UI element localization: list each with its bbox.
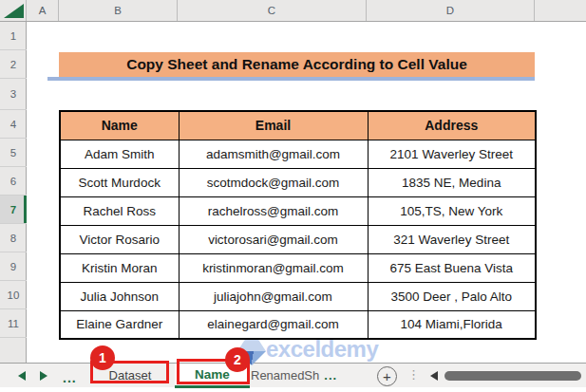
row-header-7-active[interactable]: 7: [0, 196, 27, 224]
cell[interactable]: Kristin Moran: [60, 253, 179, 282]
sheet-tab-renamedsheet-label: RenamedSh: [251, 368, 319, 383]
cell[interactable]: rachelross@gmail.com: [179, 196, 368, 225]
column-header-partial[interactable]: [535, 0, 586, 21]
cell[interactable]: 104 Miami,Florida: [368, 310, 536, 339]
table-row: Elaine Gardner elainegard@gmail.com 104 …: [60, 310, 536, 339]
row-header-9[interactable]: 9: [0, 252, 27, 281]
column-header-bar: A B C D: [0, 0, 586, 22]
cell[interactable]: Adam Smith: [60, 140, 179, 168]
header-cell-name[interactable]: Name: [60, 111, 179, 140]
cell[interactable]: elainegard@gmail.com: [179, 310, 368, 339]
tabbar-divider-dots-icon: ⋮: [407, 367, 420, 382]
column-header-b[interactable]: B: [59, 0, 178, 21]
header-cell-address[interactable]: Address: [368, 111, 536, 140]
row-header-2[interactable]: 2: [0, 50, 27, 79]
cell[interactable]: 1835 NE, Medina: [368, 168, 536, 196]
sheet-tab-renamedsheet[interactable]: RenamedSh ...: [251, 364, 350, 387]
row-header-3[interactable]: 3: [0, 79, 27, 110]
cell[interactable]: Rachel Ross: [60, 196, 179, 225]
sheet-tab-bar: ... Dataset Name RenamedSh ... + ⋮: [0, 363, 586, 387]
select-all-button[interactable]: [0, 0, 27, 21]
title-banner-cell[interactable]: Copy Sheet and Rename According to Cell …: [59, 52, 535, 77]
annotation-step-1-badge: 1: [90, 345, 115, 370]
cell[interactable]: victorosari@gmail.com: [179, 225, 368, 253]
exceldemy-watermark: exceldemy: [237, 337, 378, 365]
cell[interactable]: Victor Rosario: [60, 225, 179, 253]
cell[interactable]: Scott Murdock: [60, 168, 179, 196]
cell[interactable]: 2101 Waverley Street: [368, 140, 536, 168]
column-header-d[interactable]: D: [367, 0, 535, 21]
sheet-nav-right-icon[interactable]: [40, 371, 47, 381]
cell[interactable]: 675 East Buena Vista: [368, 253, 536, 282]
sheet-tab-truncation-ellipsis: ...: [324, 368, 337, 383]
table-row: Kristin Moran kristinmoran@gmail.com 675…: [60, 253, 536, 282]
select-all-triangle-icon: [4, 4, 24, 18]
cell[interactable]: adamsmith@gmail.com: [179, 140, 368, 168]
row-header-11[interactable]: 11: [0, 309, 27, 338]
cell[interactable]: scotmdock@gmail.com: [179, 168, 368, 196]
cell[interactable]: 3500 Deer , Palo Alto: [368, 282, 536, 310]
row-header-10[interactable]: 10: [0, 281, 27, 309]
watermark-text: exceldemy: [266, 337, 378, 362]
hscroll-thumb[interactable]: [444, 371, 581, 381]
banner-underline: [47, 77, 535, 81]
cell[interactable]: juliajohn@gmail.com: [179, 282, 368, 310]
cell[interactable]: Elaine Gardner: [60, 310, 179, 339]
table-row: Rachel Ross rachelross@gmail.com 105,TS,…: [60, 196, 536, 225]
sheet-nav-left-icon[interactable]: [18, 371, 26, 381]
hidden-tabs-ellipsis[interactable]: ...: [63, 364, 77, 387]
row-header-bar: 1 2 3 4 5 6 7 8 9 10 11: [0, 22, 27, 363]
column-header-c[interactable]: C: [178, 0, 367, 21]
cell[interactable]: 321 Waverley Street: [368, 225, 536, 253]
cell[interactable]: 105,TS, New York: [368, 196, 536, 225]
row-header-6[interactable]: 6: [0, 167, 27, 196]
row-header-5[interactable]: 5: [0, 139, 27, 167]
hscroll-left-arrow-icon[interactable]: [430, 371, 438, 381]
cell[interactable]: kristinmoran@gmail.com: [179, 253, 368, 282]
row-header-1[interactable]: 1: [0, 22, 27, 50]
column-header-a[interactable]: A: [27, 0, 59, 21]
new-sheet-button[interactable]: +: [377, 366, 397, 386]
table-row: Victor Rosario victorosari@gmail.com 321…: [60, 225, 536, 253]
cell[interactable]: Julia Johnson: [60, 282, 179, 310]
annotation-step-2-badge: 2: [225, 347, 250, 372]
table-row: Adam Smith adamsmith@gmail.com 2101 Wave…: [60, 140, 536, 168]
table-row: Julia Johnson juliajohn@gmail.com 3500 D…: [60, 282, 536, 310]
excel-worksheet-window: A B C D 1 2 3 4 5 6 7 8 9 10 11 Copy She…: [0, 0, 586, 392]
row-header-8[interactable]: 8: [0, 224, 27, 252]
data-table: Name Email Address Adam Smith adamsmith@…: [59, 110, 537, 340]
row-header-4[interactable]: 4: [0, 110, 27, 139]
header-cell-email[interactable]: Email: [179, 111, 368, 140]
table-row: Scott Murdock scotmdock@gmail.com 1835 N…: [60, 168, 536, 196]
table-header-row: Name Email Address: [60, 111, 536, 140]
